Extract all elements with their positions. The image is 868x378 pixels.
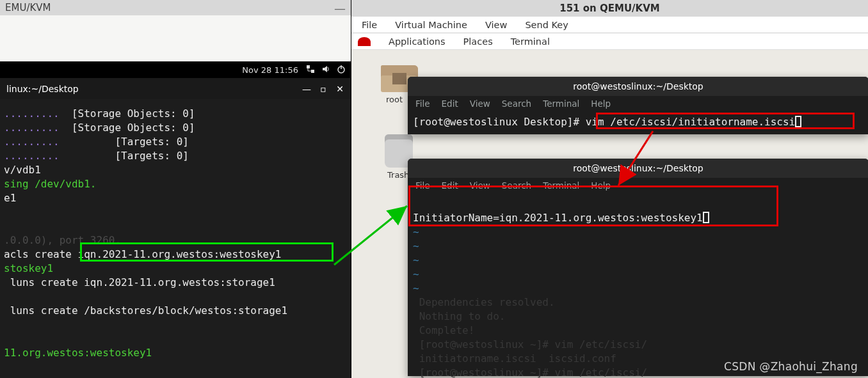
- term-line: stoskey1: [0, 262, 351, 276]
- clock-label[interactable]: Nov 28 11:56: [242, 65, 298, 75]
- menu-file[interactable]: File: [362, 20, 377, 30]
- menu-applications[interactable]: Applications: [389, 36, 446, 47]
- term-line: 11.org.westos:westoskey1: [0, 346, 351, 360]
- red-highlight-box-cmd: [596, 113, 855, 129]
- left-vm-window: EMU/KVM — Nov 28 11:56 linux:~/Desktop —…: [0, 0, 351, 378]
- vim-tilde: ~: [413, 240, 419, 252]
- term-line: v/vdb1: [0, 163, 351, 177]
- maximize-button[interactable]: ▫: [319, 84, 328, 94]
- menu-terminal[interactable]: Terminal: [511, 36, 550, 47]
- term-line: .........: [4, 136, 60, 148]
- home-folder-label: root: [386, 95, 403, 104]
- red-highlight-box-content: [408, 185, 778, 226]
- faded-line: initiatorname.iscsi iscsid.conf: [413, 352, 616, 365]
- t1-prompt: [root@westoslinux Desktop]#: [413, 116, 586, 128]
- t1-menu-view[interactable]: View: [470, 98, 490, 109]
- network-icon[interactable]: [306, 65, 315, 75]
- left-terminal-title: linux:~/Desktop: [6, 84, 79, 94]
- gnome-app-bar[interactable]: Applications Places Terminal: [351, 33, 868, 50]
- t1-menu-edit[interactable]: Edit: [442, 98, 458, 109]
- faded-line: Nothing to do.: [413, 310, 506, 322]
- faded-line: Complete!: [413, 324, 474, 336]
- terminal2-titlebar[interactable]: root@westoslinux:~/Desktop: [408, 159, 868, 178]
- term-line: e1: [0, 191, 351, 205]
- power-icon[interactable]: [337, 65, 346, 75]
- t1-menu-search[interactable]: Search: [502, 98, 531, 109]
- left-window-title-fragment: EMU/KVM: [5, 2, 51, 13]
- t1-menu-terminal[interactable]: Terminal: [543, 98, 579, 109]
- faded-line: [root@westoslinux ~]# vim /etc/iscsi/: [413, 366, 647, 378]
- faded-line: [root@westoslinux ~]# vim /etc/iscsi/: [413, 338, 647, 350]
- faded-line: Dependencies resolved.: [413, 296, 555, 308]
- menu-places[interactable]: Places: [463, 36, 493, 47]
- redhat-logo-icon[interactable]: [358, 37, 371, 46]
- status-tray[interactable]: [306, 65, 346, 75]
- term-line: luns create iqn.2021-11.org.westos:stora…: [0, 276, 351, 290]
- minimize-button[interactable]: —: [302, 84, 311, 94]
- vim-tilde: ~: [413, 282, 419, 294]
- svg-rect-0: [307, 65, 310, 68]
- trash-label: Trash: [387, 170, 409, 180]
- term-line: luns create /backstores/block/westos:sto…: [0, 304, 351, 318]
- vim-tilde: ~: [413, 254, 419, 266]
- right-window-title: 151 on QEMU/KVM: [559, 3, 659, 14]
- terminal1-menubar[interactable]: File Edit View Search Terminal Help: [408, 96, 868, 111]
- minimize-icon[interactable]: —: [334, 1, 346, 15]
- left-window-titlebar[interactable]: EMU/KVM —: [0, 0, 351, 15]
- vim-tilde: ~: [413, 268, 419, 280]
- terminal1-titlebar[interactable]: root@westoslinux:~/Desktop: [408, 77, 868, 96]
- right-window-titlebar[interactable]: 151 on QEMU/KVM: [351, 0, 868, 17]
- virt-manager-menu-bar[interactable]: File Virtual Machine View Send Key: [351, 17, 868, 33]
- left-terminal-body[interactable]: ......... [Storage Objects: 0] .........…: [0, 99, 351, 378]
- left-terminal-titlebar[interactable]: linux:~/Desktop — ▫ ✕: [0, 78, 351, 99]
- menu-view[interactable]: View: [485, 20, 507, 30]
- t1-menu-file[interactable]: File: [415, 98, 430, 109]
- close-button[interactable]: ✕: [335, 84, 344, 94]
- gnome-top-bar[interactable]: Nov 28 11:56: [0, 61, 351, 78]
- term-line: .........: [4, 150, 60, 162]
- volume-icon[interactable]: [321, 65, 330, 75]
- term-line: .........: [4, 122, 60, 134]
- left-menu-area: [0, 15, 351, 61]
- menu-virtual-machine[interactable]: Virtual Machine: [395, 20, 467, 30]
- green-highlight-box: [80, 242, 334, 262]
- attribution-text: CSDN @Zhaohui_Zhang: [724, 360, 858, 373]
- term-line: .........: [4, 107, 60, 120]
- term-line: sing /dev/vdb1.: [0, 177, 351, 191]
- vim-tilde: ~: [413, 226, 419, 238]
- menu-send-key[interactable]: Send Key: [525, 20, 568, 30]
- t1-menu-help[interactable]: Help: [591, 98, 611, 109]
